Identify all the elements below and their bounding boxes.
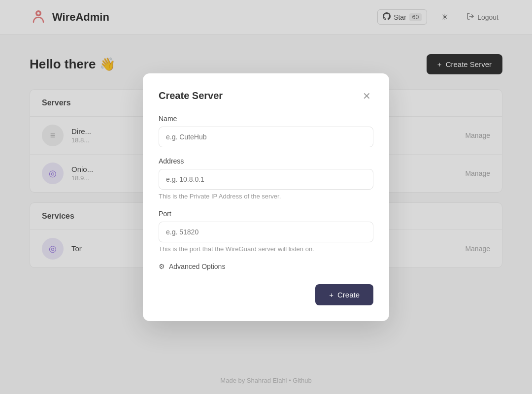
advanced-options-button[interactable]: ⚙ Advanced Options — [159, 263, 225, 270]
port-field-group: Port This is the port that the WireGuard… — [159, 210, 373, 253]
name-field-group: Name — [159, 115, 373, 147]
modal-footer: + Create — [159, 284, 373, 305]
modal-header: Create Server ✕ — [159, 89, 373, 103]
address-field-group: Address This is the Private IP Address o… — [159, 157, 373, 200]
gear-icon: ⚙ — [159, 263, 165, 270]
port-label: Port — [159, 210, 373, 218]
address-label: Address — [159, 157, 373, 165]
modal-close-button[interactable]: ✕ — [360, 89, 373, 103]
create-label: Create — [337, 291, 360, 299]
close-icon: ✕ — [363, 90, 371, 102]
modal-overlay: Create Server ✕ Name Address This is the… — [0, 0, 532, 394]
port-input[interactable] — [159, 222, 373, 242]
port-hint: This is the port that the WireGuard serv… — [159, 245, 373, 253]
modal-create-button[interactable]: + Create — [315, 284, 373, 305]
advanced-options-label: Advanced Options — [169, 263, 225, 270]
name-input[interactable] — [159, 127, 373, 147]
modal-title: Create Server — [159, 90, 223, 101]
create-plus-icon: + — [329, 291, 333, 299]
address-input[interactable] — [159, 169, 373, 190]
create-server-modal: Create Server ✕ Name Address This is the… — [143, 73, 389, 321]
name-label: Name — [159, 115, 373, 123]
address-hint: This is the Private IP Address of the se… — [159, 193, 373, 200]
